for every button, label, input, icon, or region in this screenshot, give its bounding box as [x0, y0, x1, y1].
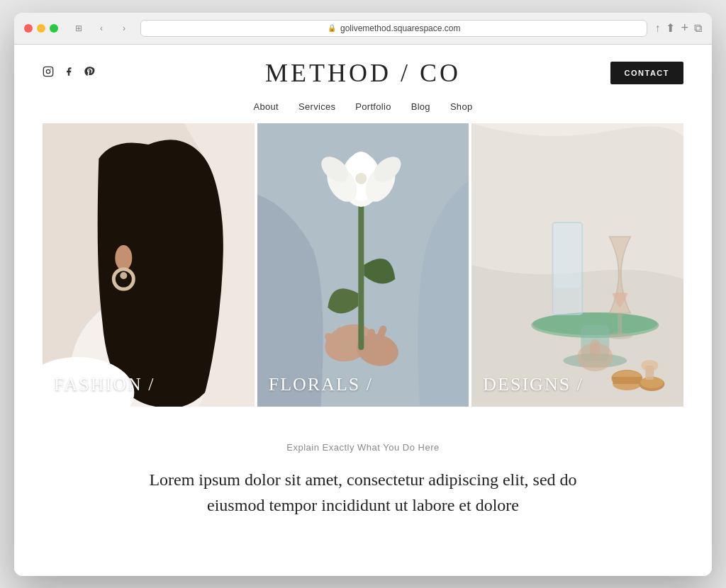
grid-item-fashion[interactable]: FASHION /: [43, 123, 255, 407]
new-tab-button[interactable]: +: [681, 21, 688, 35]
back-button[interactable]: ‹: [92, 21, 111, 35]
svg-point-33: [608, 332, 633, 339]
reload-button[interactable]: ↑: [654, 22, 660, 35]
share-button[interactable]: ⬆: [666, 21, 675, 35]
designs-image: [471, 123, 683, 407]
svg-rect-32: [618, 313, 622, 334]
svg-rect-17: [358, 194, 364, 350]
svg-rect-35: [591, 339, 601, 357]
nav-shop[interactable]: Shop: [450, 101, 473, 112]
url-text: golivemethod.squarespace.com: [340, 23, 460, 33]
grid-item-florals[interactable]: FLORALS /: [257, 123, 469, 407]
sidebar-toggle[interactable]: ⊞: [69, 21, 88, 35]
svg-rect-31: [554, 224, 581, 288]
svg-rect-43: [646, 366, 654, 380]
nav-portfolio[interactable]: Portfolio: [355, 101, 391, 112]
subtitle: Explain Exactly What You Do Here: [43, 442, 683, 453]
grid-item-designs[interactable]: DESIGNS /: [471, 123, 683, 407]
florals-image: [257, 123, 469, 407]
nav-blog[interactable]: Blog: [411, 101, 430, 112]
browser-nav: ⊞ ‹ ›: [69, 21, 133, 35]
tabs-button[interactable]: ⧉: [694, 22, 702, 35]
site-header: METHOD / CO CONTACT: [14, 45, 712, 96]
text-section: Explain Exactly What You Do Here Lorem i…: [14, 407, 712, 539]
browser-window: ⊞ ‹ › 🔒 golivemethod.squarespace.com ↑ ⬆…: [14, 13, 712, 576]
svg-point-24: [355, 173, 367, 184]
body-text: Lorem ipsum dolor sit amet, consectetur …: [136, 467, 590, 518]
image-grid: FASHION /: [14, 123, 712, 407]
social-icons: [43, 66, 95, 79]
site-logo[interactable]: METHOD / CO: [265, 58, 461, 88]
close-button[interactable]: [24, 24, 33, 33]
contact-button[interactable]: CONTACT: [610, 62, 683, 84]
forward-button[interactable]: ›: [115, 21, 133, 35]
maximize-button[interactable]: [50, 24, 58, 33]
website-content: METHOD / CO CONTACT About Services Portf…: [14, 45, 712, 576]
instagram-icon[interactable]: [43, 66, 54, 79]
svg-rect-39: [613, 377, 642, 384]
fashion-label: FASHION /: [54, 374, 155, 395]
svg-point-6: [115, 245, 132, 271]
svg-rect-0: [43, 67, 52, 76]
svg-point-2: [50, 69, 51, 69]
florals-label: FLORALS /: [269, 374, 373, 395]
nav-services[interactable]: Services: [298, 101, 335, 112]
designs-label: DESIGNS /: [483, 374, 583, 395]
fashion-image: [43, 123, 255, 407]
browser-actions: ↑ ⬆ + ⧉: [654, 21, 702, 35]
nav-about[interactable]: About: [254, 101, 279, 112]
minimize-button[interactable]: [37, 24, 45, 33]
site-navigation: About Services Portfolio Blog Shop: [14, 96, 712, 123]
pinterest-icon[interactable]: [84, 66, 95, 79]
traffic-lights: [24, 24, 58, 33]
svg-point-1: [46, 69, 50, 73]
svg-point-8: [120, 272, 127, 279]
lock-icon: 🔒: [328, 24, 336, 32]
logo-text: METHOD / CO: [265, 58, 461, 88]
facebook-icon[interactable]: [64, 66, 74, 79]
browser-chrome: ⊞ ‹ › 🔒 golivemethod.squarespace.com ↑ ⬆…: [14, 13, 712, 45]
url-bar[interactable]: 🔒 golivemethod.squarespace.com: [140, 20, 647, 37]
